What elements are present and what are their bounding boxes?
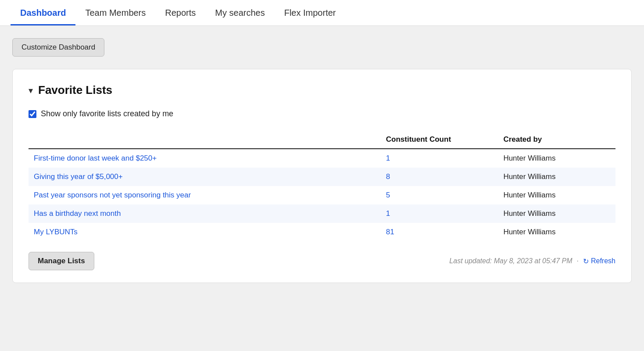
- list-name-cell[interactable]: Giving this year of $5,000+: [29, 168, 381, 186]
- last-updated-text: Last updated: May 8, 2023 at 05:47 PM: [449, 257, 572, 265]
- collapse-chevron-icon[interactable]: ▾: [29, 85, 33, 96]
- table-row: Past year sponsors not yet sponsoring th…: [29, 186, 615, 204]
- section-title: Favorite Lists: [38, 83, 112, 97]
- card-footer: Manage Lists Last updated: May 8, 2023 a…: [29, 252, 615, 270]
- list-name-link[interactable]: Past year sponsors not yet sponsoring th…: [34, 191, 191, 199]
- customize-dashboard-button[interactable]: Customize Dashboard: [12, 38, 104, 57]
- table-row: My LYBUNTs81Hunter Williams: [29, 223, 615, 241]
- col-header-name: [29, 132, 381, 149]
- list-count-cell: 1: [381, 149, 498, 168]
- nav-my-searches[interactable]: My searches: [205, 0, 274, 25]
- footer-right: Last updated: May 8, 2023 at 05:47 PM · …: [449, 257, 615, 265]
- list-created-cell: Hunter Williams: [498, 204, 615, 223]
- nav-flex-importer[interactable]: Flex Importer: [275, 0, 346, 25]
- manage-lists-button[interactable]: Manage Lists: [29, 252, 94, 270]
- refresh-label: Refresh: [591, 257, 615, 265]
- section-header: ▾ Favorite Lists: [29, 83, 615, 97]
- list-created-cell: Hunter Williams: [498, 186, 615, 204]
- list-name-link[interactable]: My LYBUNTs: [34, 228, 78, 236]
- main-content: Customize Dashboard ▾ Favorite Lists Sho…: [0, 26, 644, 295]
- table-row: Giving this year of $5,000+8Hunter Willi…: [29, 168, 615, 186]
- filter-checkbox-row: Show only favorite lists created by me: [29, 109, 615, 118]
- col-header-created: Created by: [498, 132, 615, 149]
- show-only-mine-label: Show only favorite lists created by me: [41, 109, 173, 118]
- list-count-cell: 5: [381, 186, 498, 204]
- table-row: Has a birthday next month1Hunter William…: [29, 204, 615, 223]
- nav-dashboard[interactable]: Dashboard: [11, 0, 75, 25]
- list-name-link[interactable]: First-time donor last week and $250+: [34, 154, 157, 162]
- show-only-mine-checkbox[interactable]: [29, 110, 36, 118]
- list-count-cell: 1: [381, 204, 498, 223]
- nav-reports[interactable]: Reports: [155, 0, 205, 25]
- refresh-link[interactable]: ↻ Refresh: [583, 257, 615, 265]
- list-name-link[interactable]: Has a birthday next month: [34, 209, 121, 218]
- list-count-cell: 8: [381, 168, 498, 186]
- main-nav: Dashboard Team Members Reports My search…: [0, 0, 644, 26]
- list-count-cell: 81: [381, 223, 498, 241]
- table-header-row: Constituent Count Created by: [29, 132, 615, 149]
- list-name-cell[interactable]: Past year sponsors not yet sponsoring th…: [29, 186, 381, 204]
- list-created-cell: Hunter Williams: [498, 149, 615, 168]
- list-name-link[interactable]: Giving this year of $5,000+: [34, 172, 123, 181]
- refresh-icon: ↻: [583, 257, 589, 265]
- table-row: First-time donor last week and $250+1Hun…: [29, 149, 615, 168]
- favorite-lists-card: ▾ Favorite Lists Show only favorite list…: [12, 69, 632, 283]
- nav-team-members[interactable]: Team Members: [75, 0, 155, 25]
- list-created-cell: Hunter Williams: [498, 223, 615, 241]
- list-name-cell[interactable]: My LYBUNTs: [29, 223, 381, 241]
- list-created-cell: Hunter Williams: [498, 168, 615, 186]
- list-name-cell[interactable]: First-time donor last week and $250+: [29, 149, 381, 168]
- dot-separator: ·: [577, 257, 579, 265]
- col-header-count: Constituent Count: [381, 132, 498, 149]
- list-name-cell[interactable]: Has a birthday next month: [29, 204, 381, 223]
- favorite-lists-table: Constituent Count Created by First-time …: [29, 132, 615, 241]
